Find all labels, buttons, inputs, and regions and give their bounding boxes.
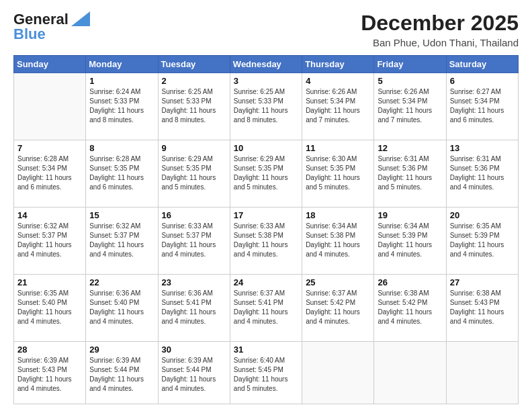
page: General Blue December 2025 Ban Phue, Udo…: [0, 0, 532, 411]
calendar-cell: 9Sunrise: 6:29 AMSunset: 5:35 PMDaylight…: [158, 140, 230, 207]
cell-info: Sunrise: 6:29 AMSunset: 5:35 PMDaylight:…: [162, 154, 226, 192]
cell-info: Sunrise: 6:37 AMSunset: 5:42 PMDaylight:…: [306, 289, 370, 326]
col-header-wednesday: Wednesday: [230, 56, 302, 73]
day-number: 3: [234, 76, 298, 86]
cell-info: Sunrise: 6:38 AMSunset: 5:43 PMDaylight:…: [450, 289, 515, 326]
cell-info: Sunrise: 6:38 AMSunset: 5:42 PMDaylight:…: [378, 289, 442, 326]
day-number: 19: [378, 210, 442, 220]
cell-info: Sunrise: 6:26 AMSunset: 5:34 PMDaylight:…: [306, 87, 370, 125]
day-number: 9: [162, 143, 226, 153]
cell-info: Sunrise: 6:33 AMSunset: 5:38 PMDaylight:…: [234, 222, 298, 259]
calendar-cell: 6Sunrise: 6:27 AMSunset: 5:34 PMDaylight…: [446, 73, 518, 140]
logo: General Blue: [13, 11, 90, 43]
calendar-cell: 1Sunrise: 6:24 AMSunset: 5:33 PMDaylight…: [86, 73, 158, 140]
col-header-saturday: Saturday: [446, 56, 518, 73]
cell-info: Sunrise: 6:36 AMSunset: 5:40 PMDaylight:…: [89, 289, 154, 326]
cell-info: Sunrise: 6:28 AMSunset: 5:35 PMDaylight:…: [89, 154, 154, 192]
day-number: 31: [234, 345, 298, 355]
day-number: 11: [306, 143, 370, 153]
cell-info: Sunrise: 6:39 AMSunset: 5:44 PMDaylight:…: [162, 356, 226, 394]
day-number: 26: [378, 277, 442, 287]
cell-info: Sunrise: 6:35 AMSunset: 5:40 PMDaylight:…: [17, 289, 82, 326]
calendar-cell: 5Sunrise: 6:26 AMSunset: 5:34 PMDaylight…: [374, 73, 446, 140]
calendar-cell: 7Sunrise: 6:28 AMSunset: 5:34 PMDaylight…: [14, 140, 86, 207]
calendar-cell: 31Sunrise: 6:40 AMSunset: 5:45 PMDayligh…: [230, 341, 302, 404]
calendar-header-row: SundayMondayTuesdayWednesdayThursdayFrid…: [14, 56, 519, 73]
day-number: 8: [89, 143, 154, 153]
cell-info: Sunrise: 6:34 AMSunset: 5:39 PMDaylight:…: [378, 222, 442, 259]
calendar-cell: 26Sunrise: 6:38 AMSunset: 5:42 PMDayligh…: [374, 274, 446, 341]
day-number: 14: [17, 210, 82, 220]
day-number: 22: [89, 277, 154, 287]
day-number: 20: [450, 210, 515, 220]
calendar-week-4: 21Sunrise: 6:35 AMSunset: 5:40 PMDayligh…: [14, 274, 519, 341]
cell-info: Sunrise: 6:26 AMSunset: 5:34 PMDaylight:…: [378, 87, 442, 125]
cell-info: Sunrise: 6:40 AMSunset: 5:45 PMDaylight:…: [234, 356, 298, 394]
cell-info: Sunrise: 6:30 AMSunset: 5:35 PMDaylight:…: [306, 154, 370, 192]
calendar-cell: 29Sunrise: 6:39 AMSunset: 5:44 PMDayligh…: [86, 341, 158, 404]
calendar-cell: 10Sunrise: 6:29 AMSunset: 5:35 PMDayligh…: [230, 140, 302, 207]
col-header-sunday: Sunday: [14, 56, 86, 73]
day-number: 29: [89, 345, 154, 355]
calendar-cell: 4Sunrise: 6:26 AMSunset: 5:34 PMDaylight…: [302, 73, 374, 140]
calendar-cell: 12Sunrise: 6:31 AMSunset: 5:36 PMDayligh…: [374, 140, 446, 207]
calendar-cell: [302, 341, 374, 404]
calendar-cell: 16Sunrise: 6:33 AMSunset: 5:37 PMDayligh…: [158, 207, 230, 274]
calendar-cell: [374, 341, 446, 404]
col-header-tuesday: Tuesday: [158, 56, 230, 73]
calendar-cell: 19Sunrise: 6:34 AMSunset: 5:39 PMDayligh…: [374, 207, 446, 274]
calendar-cell: 21Sunrise: 6:35 AMSunset: 5:40 PMDayligh…: [14, 274, 86, 341]
calendar-table: SundayMondayTuesdayWednesdayThursdayFrid…: [13, 55, 519, 404]
day-number: 5: [378, 76, 442, 86]
calendar-cell: 30Sunrise: 6:39 AMSunset: 5:44 PMDayligh…: [158, 341, 230, 404]
title-block: December 2025 Ban Phue, Udon Thani, Thai…: [361, 11, 519, 48]
cell-info: Sunrise: 6:33 AMSunset: 5:37 PMDaylight:…: [162, 222, 226, 259]
cell-info: Sunrise: 6:39 AMSunset: 5:44 PMDaylight:…: [89, 356, 154, 394]
header: General Blue December 2025 Ban Phue, Udo…: [13, 11, 519, 48]
cell-info: Sunrise: 6:29 AMSunset: 5:35 PMDaylight:…: [234, 154, 298, 192]
svg-marker-0: [71, 11, 90, 26]
col-header-friday: Friday: [374, 56, 446, 73]
day-number: 6: [450, 76, 515, 86]
calendar-cell: 27Sunrise: 6:38 AMSunset: 5:43 PMDayligh…: [446, 274, 518, 341]
day-number: 17: [234, 210, 298, 220]
cell-info: Sunrise: 6:28 AMSunset: 5:34 PMDaylight:…: [17, 154, 82, 192]
calendar-cell: 13Sunrise: 6:31 AMSunset: 5:36 PMDayligh…: [446, 140, 518, 207]
calendar-week-1: 1Sunrise: 6:24 AMSunset: 5:33 PMDaylight…: [14, 73, 519, 140]
day-number: 30: [162, 345, 226, 355]
cell-info: Sunrise: 6:36 AMSunset: 5:41 PMDaylight:…: [162, 289, 226, 326]
calendar-cell: 15Sunrise: 6:32 AMSunset: 5:37 PMDayligh…: [86, 207, 158, 274]
calendar-cell: 14Sunrise: 6:32 AMSunset: 5:37 PMDayligh…: [14, 207, 86, 274]
cell-info: Sunrise: 6:32 AMSunset: 5:37 PMDaylight:…: [17, 222, 82, 259]
logo-icon: [71, 11, 90, 26]
calendar-cell: 24Sunrise: 6:37 AMSunset: 5:41 PMDayligh…: [230, 274, 302, 341]
day-number: 24: [234, 277, 298, 287]
calendar-week-3: 14Sunrise: 6:32 AMSunset: 5:37 PMDayligh…: [14, 207, 519, 274]
day-number: 7: [17, 143, 82, 153]
col-header-thursday: Thursday: [302, 56, 374, 73]
calendar-cell: 3Sunrise: 6:25 AMSunset: 5:33 PMDaylight…: [230, 73, 302, 140]
day-number: 10: [234, 143, 298, 153]
calendar-cell: [14, 73, 86, 140]
col-header-monday: Monday: [86, 56, 158, 73]
day-number: 4: [306, 76, 370, 86]
calendar-cell: 22Sunrise: 6:36 AMSunset: 5:40 PMDayligh…: [86, 274, 158, 341]
calendar-cell: 11Sunrise: 6:30 AMSunset: 5:35 PMDayligh…: [302, 140, 374, 207]
day-number: 12: [378, 143, 442, 153]
day-number: 2: [162, 76, 226, 86]
day-number: 13: [450, 143, 515, 153]
calendar-cell: 20Sunrise: 6:35 AMSunset: 5:39 PMDayligh…: [446, 207, 518, 274]
calendar-cell: 18Sunrise: 6:34 AMSunset: 5:38 PMDayligh…: [302, 207, 374, 274]
day-number: 23: [162, 277, 226, 287]
cell-info: Sunrise: 6:35 AMSunset: 5:39 PMDaylight:…: [450, 222, 515, 259]
calendar-cell: 28Sunrise: 6:39 AMSunset: 5:43 PMDayligh…: [14, 341, 86, 404]
day-number: 28: [17, 345, 82, 355]
day-number: 27: [450, 277, 515, 287]
cell-info: Sunrise: 6:27 AMSunset: 5:34 PMDaylight:…: [450, 87, 515, 125]
cell-info: Sunrise: 6:24 AMSunset: 5:33 PMDaylight:…: [89, 87, 154, 125]
day-number: 16: [162, 210, 226, 220]
day-number: 25: [306, 277, 370, 287]
day-number: 1: [89, 76, 154, 86]
location: Ban Phue, Udon Thani, Thailand: [361, 37, 519, 48]
calendar-cell: 25Sunrise: 6:37 AMSunset: 5:42 PMDayligh…: [302, 274, 374, 341]
